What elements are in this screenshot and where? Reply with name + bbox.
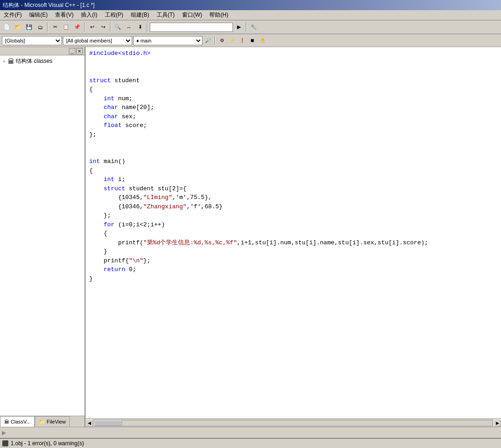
code-line-13: int main() [89,157,497,166]
sep5 [246,23,247,32]
members-dropdown[interactable]: [All global members] [63,36,132,45]
tab-fileview[interactable]: 📁 FileView [35,416,70,427]
scroll-left-btn[interactable]: ◀ [86,419,93,427]
expand-icon: ＋ [2,58,6,65]
class-icon: 🏛 [8,58,14,65]
menu-project[interactable]: 工程(P) [101,10,127,20]
function-dropdown[interactable]: ♦ main [133,36,202,45]
menu-view[interactable]: 查看(V) [51,10,77,20]
tree-area: ＋ 🏛 结构体 classes [0,55,85,237]
menu-help[interactable]: 帮助(H) [206,10,232,20]
code-line-5: { [89,85,497,94]
code-line-12 [89,148,497,157]
code-line-26: } [89,274,497,284]
panel-bottom [0,237,85,416]
horizontal-scrollbar[interactable]: ◀ ▶ [86,418,501,427]
panel-minimize[interactable]: _ [69,48,75,54]
code-line-1: #include<stdio.h> [89,49,497,58]
code-line-14: { [89,166,497,176]
code-line-8: char sex; [89,112,497,121]
code-line-15: int i; [89,175,497,184]
code-line-11 [89,139,497,148]
class-btn4[interactable]: ❗ [238,36,247,45]
fileview-icon: 📁 [39,419,45,425]
menu-build[interactable]: 组建(B) [127,10,153,20]
status-text: 1.obj - 1 error(s), 0 warning(s) [11,440,84,447]
panel-close[interactable]: ✕ [76,48,83,54]
go-button[interactable]: ▶ [234,22,244,32]
run-button[interactable]: 🔧 [249,22,259,32]
class-btn6[interactable]: 🤚 [258,36,267,45]
code-line-21: { [89,229,497,238]
sep1 [47,23,48,32]
sep6 [214,36,215,45]
scroll-right-btn[interactable]: ▶ [494,419,501,427]
class-btn5[interactable]: ⏹ [248,36,257,45]
save-all-button[interactable]: 🗂 [35,22,45,32]
toolbar: 📄 📂 💾 🗂 ✂ 📋 📌 ↩ ↪ 🔍 ↔ ⬇ ▶ 🔧 [0,20,501,34]
menu-bar: 文件(F) 编辑(E) 查看(V) 插入(I) 工程(P) 组建(B) 工具(T… [0,10,501,20]
tree-root[interactable]: ＋ 🏛 结构体 classes [2,57,83,65]
code-line-25: return 0; [89,265,497,274]
code-line-6: int num; [89,94,497,103]
code-line-9: float score; [89,121,497,130]
fileview-label: FileView [47,419,66,424]
title-text: 结构体 - Microsoft Visual C++ - [1.c *] [3,1,95,9]
class-btn2[interactable]: ⚙ [217,36,226,45]
sep2 [84,23,85,32]
panel-header: _ ✕ [0,47,85,55]
hscroll-thumb[interactable] [94,420,122,426]
code-editor[interactable]: #include<stdio.h> struct student { int n… [86,47,501,418]
replace-button[interactable]: ↔ [124,22,134,32]
title-bar: 结构体 - Microsoft Visual C++ - [1.c *] [0,0,501,10]
code-line-3 [89,67,497,76]
code-line-4: struct student [89,76,497,85]
redo-button[interactable]: ↪ [98,22,108,32]
code-line-7: char name[20]; [89,103,497,112]
sep3 [110,23,111,32]
hscroll-track[interactable] [94,420,493,426]
menu-insert[interactable]: 插入(I) [77,10,101,20]
paste-button[interactable]: 📌 [72,22,82,32]
undo-button[interactable]: ↩ [87,22,97,32]
code-line-23: } [89,247,497,256]
code-line-2 [89,58,497,67]
save-button[interactable]: 💾 [24,22,34,32]
globals-dropdown[interactable]: [Globals] [2,36,62,45]
class-toolbar: [Globals] [All global members] ♦ main 🔎 … [0,34,501,47]
menu-tools[interactable]: 工具(T) [153,10,178,20]
code-line-19: }; [89,211,497,220]
code-line-22: printf("第%d个学生信息:%d,%s,%c,%f",i+1,stu[i]… [89,238,497,248]
code-line-20: for (i=0;i<2;i++) [89,220,497,230]
tab-classview[interactable]: 🏛 ClassV... [0,416,35,427]
status-icon: ⬛ [2,440,9,447]
left-panel: _ ✕ ＋ 🏛 结构体 classes 🏛 ClassV... 📁 FileVi… [0,47,86,427]
code-line-24: printf{"\n"}; [89,256,497,266]
menu-edit[interactable]: 编辑(E) [25,10,51,20]
editor-container: #include<stdio.h> struct student { int n… [86,47,501,427]
sep4 [147,23,148,32]
classview-label: ClassV... [11,419,31,424]
next-button[interactable]: ⬇ [135,22,145,32]
copy-button[interactable]: 📋 [61,22,71,32]
search-input[interactable] [150,23,233,32]
code-line-18: {10346,"Zhangxiang",'f',68.5} [89,202,497,212]
cut-button[interactable]: ✂ [50,22,60,32]
code-line-17: {10345,"LIming",'m',75.5}, [89,193,497,202]
main-layout: _ ✕ ＋ 🏛 结构体 classes 🏛 ClassV... 📁 FileVi… [0,47,501,427]
class-btn1[interactable]: 🔎 [203,36,213,45]
menu-window[interactable]: 窗口(W) [178,10,206,20]
code-line-16: struct student stu[2]={ [89,184,497,194]
bottom-tabs: 🏛 ClassV... 📁 FileView [0,416,85,427]
new-button[interactable]: 📄 [2,22,12,32]
error-icon: ▶ [2,430,6,436]
search-button[interactable]: 🔍 [113,22,123,32]
status-bar: ⬛ 1.obj - 1 error(s), 0 warning(s) [0,438,501,448]
error-bar: ▶ [0,427,501,438]
tree-label: 结构体 classes [16,57,52,65]
menu-file[interactable]: 文件(F) [0,10,25,20]
code-line-10: }; [89,130,497,139]
class-btn3[interactable]: ⚡ [227,36,237,45]
open-button[interactable]: 📂 [13,22,23,32]
classview-icon: 🏛 [4,419,9,424]
